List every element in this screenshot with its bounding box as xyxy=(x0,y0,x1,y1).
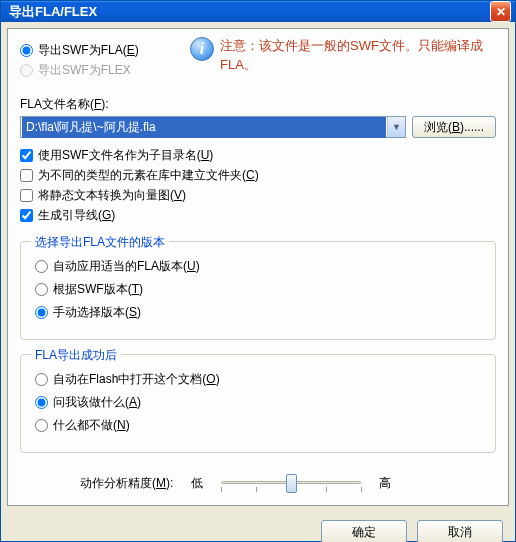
options-checks: 使用SWF文件名作为子目录名(U) 为不同的类型的元素在库中建立文件夹(C) 将… xyxy=(20,144,496,227)
convert-vector-label: 将静态文本转换为向量图(V) xyxy=(38,187,186,204)
dialog-buttons: 确定 取消 xyxy=(1,512,515,542)
notice-text: 注意：该文件是一般的SWF文件。只能编译成FLA。 xyxy=(220,37,496,75)
create-folder-label: 为不同的类型的元素在库中建立文件夹(C) xyxy=(38,167,259,184)
file-path-select[interactable]: D:\fla\阿凡提\~阿凡提.fla ▼ xyxy=(20,116,406,138)
version-groupbox: 选择导出FLA文件的版本 自动应用适当的FLA版本(U) 根据SWF版本(T) … xyxy=(20,241,496,340)
slider-tick xyxy=(256,487,257,492)
ok-button[interactable]: 确定 xyxy=(321,520,407,542)
slider-tick xyxy=(326,487,327,492)
guides-label: 生成引导线(G) xyxy=(38,207,115,224)
ok-label: 确定 xyxy=(352,524,376,541)
version-auto-input[interactable] xyxy=(35,260,48,273)
close-icon: ✕ xyxy=(496,5,506,19)
after-open-label: 自动在Flash中打开这个文档(O) xyxy=(53,371,220,388)
chevron-down-icon[interactable]: ▼ xyxy=(387,117,405,137)
precision-slider-row: 动作分析精度(M): 低 高 xyxy=(20,471,496,495)
dialog-window: 导出FLA/FLEX ✕ 导出SWF为FLA(E) 导出SWF为FLEX i 注… xyxy=(0,0,516,542)
version-swf-input[interactable] xyxy=(35,283,48,296)
version-swf-label: 根据SWF版本(T) xyxy=(53,281,143,298)
info-icon: i xyxy=(190,37,214,61)
after-open-input[interactable] xyxy=(35,373,48,386)
convert-vector-check[interactable]: 将静态文本转换为向量图(V) xyxy=(20,187,496,204)
after-ask-label: 问我该做什么(A) xyxy=(53,394,141,411)
titlebar: 导出FLA/FLEX ✕ xyxy=(1,1,515,22)
export-fla-radio[interactable]: 导出SWF为FLA(E) xyxy=(20,42,190,59)
use-swf-name-check[interactable]: 使用SWF文件名作为子目录名(U) xyxy=(20,147,496,164)
precision-slider[interactable] xyxy=(221,471,361,495)
slider-high-label: 高 xyxy=(379,475,391,492)
convert-vector-input[interactable] xyxy=(20,189,33,202)
export-fla-radio-input[interactable] xyxy=(20,44,33,57)
export-fla-label: 导出SWF为FLA(E) xyxy=(38,42,139,59)
guides-check[interactable]: 生成引导线(G) xyxy=(20,207,496,224)
after-ask-input[interactable] xyxy=(35,396,48,409)
version-auto-radio[interactable]: 自动应用适当的FLA版本(U) xyxy=(35,258,481,275)
slider-tick xyxy=(221,487,222,492)
slider-low-label: 低 xyxy=(191,475,203,492)
file-path-row: D:\fla\阿凡提\~阿凡提.fla ▼ 浏览(B)...... xyxy=(20,116,496,138)
cancel-button[interactable]: 取消 xyxy=(417,520,503,542)
window-title: 导出FLA/FLEX xyxy=(9,3,490,21)
slider-label: 动作分析精度(M): xyxy=(80,475,173,492)
slider-tick xyxy=(361,487,362,492)
browse-label: 浏览(B)...... xyxy=(424,119,484,136)
after-none-radio[interactable]: 什么都不做(N) xyxy=(35,417,481,434)
after-none-input[interactable] xyxy=(35,419,48,432)
cancel-label: 取消 xyxy=(448,524,472,541)
after-none-label: 什么都不做(N) xyxy=(53,417,130,434)
after-open-radio[interactable]: 自动在Flash中打开这个文档(O) xyxy=(35,371,481,388)
close-button[interactable]: ✕ xyxy=(490,1,511,22)
after-group-title: FLA导出成功后 xyxy=(31,347,121,364)
use-swf-name-label: 使用SWF文件名作为子目录名(U) xyxy=(38,147,213,164)
after-ask-radio[interactable]: 问我该做什么(A) xyxy=(35,394,481,411)
browse-button[interactable]: 浏览(B)...... xyxy=(412,116,496,138)
file-field-label: FLA文件名称(F): xyxy=(20,96,496,113)
version-group-title: 选择导出FLA文件的版本 xyxy=(31,234,169,251)
file-path-value: D:\fla\阿凡提\~阿凡提.fla xyxy=(22,117,386,138)
top-row: 导出SWF为FLA(E) 导出SWF为FLEX i 注意：该文件是一般的SWF文… xyxy=(20,39,496,82)
version-manual-label: 手动选择版本(S) xyxy=(53,304,141,321)
use-swf-name-input[interactable] xyxy=(20,149,33,162)
export-flex-radio-input xyxy=(20,64,33,77)
slider-thumb[interactable] xyxy=(286,474,297,493)
create-folder-input[interactable] xyxy=(20,169,33,182)
notice-block: i 注意：该文件是一般的SWF文件。只能编译成FLA。 xyxy=(190,37,496,75)
guides-input[interactable] xyxy=(20,209,33,222)
version-auto-label: 自动应用适当的FLA版本(U) xyxy=(53,258,200,275)
after-groupbox: FLA导出成功后 自动在Flash中打开这个文档(O) 问我该做什么(A) 什么… xyxy=(20,354,496,453)
export-flex-label: 导出SWF为FLEX xyxy=(38,62,131,79)
export-flex-radio: 导出SWF为FLEX xyxy=(20,62,190,79)
version-manual-input[interactable] xyxy=(35,306,48,319)
version-swf-radio[interactable]: 根据SWF版本(T) xyxy=(35,281,481,298)
content-panel: 导出SWF为FLA(E) 导出SWF为FLEX i 注意：该文件是一般的SWF文… xyxy=(7,28,509,506)
export-type-group: 导出SWF为FLA(E) 导出SWF为FLEX xyxy=(20,39,190,82)
create-folder-check[interactable]: 为不同的类型的元素在库中建立文件夹(C) xyxy=(20,167,496,184)
version-manual-radio[interactable]: 手动选择版本(S) xyxy=(35,304,481,321)
